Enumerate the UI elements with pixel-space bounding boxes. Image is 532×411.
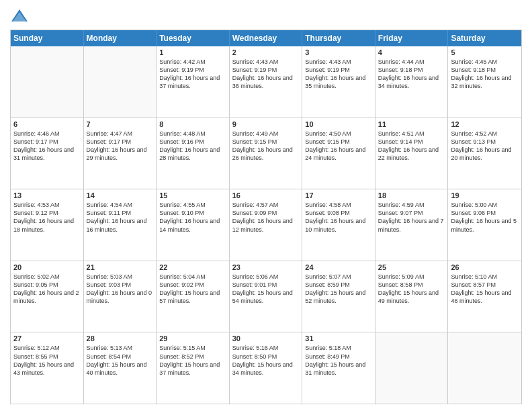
logo	[10, 7, 32, 26]
day-info: Sunrise: 5:12 AM Sunset: 8:55 PM Dayligh…	[13, 344, 81, 377]
calendar-cell: 29Sunrise: 5:15 AM Sunset: 8:52 PM Dayli…	[157, 332, 230, 404]
day-number: 9	[232, 120, 300, 128]
calendar-cell: 30Sunrise: 5:16 AM Sunset: 8:50 PM Dayli…	[230, 332, 303, 404]
page: SundayMondayTuesdayWednesdayThursdayFrid…	[0, 0, 532, 411]
day-info: Sunrise: 4:54 AM Sunset: 9:11 PM Dayligh…	[87, 201, 154, 234]
day-info: Sunrise: 5:03 AM Sunset: 9:03 PM Dayligh…	[87, 273, 154, 306]
calendar-cell: 3Sunrise: 4:43 AM Sunset: 9:19 PM Daylig…	[302, 46, 375, 118]
day-number: 30	[232, 334, 300, 342]
calendar-cell: 20Sunrise: 5:02 AM Sunset: 9:05 PM Dayli…	[11, 261, 84, 332]
day-number: 26	[451, 263, 519, 271]
calendar-cell: 4Sunrise: 4:44 AM Sunset: 9:18 PM Daylig…	[375, 46, 449, 118]
header	[10, 7, 522, 26]
day-info: Sunrise: 5:10 AM Sunset: 8:57 PM Dayligh…	[451, 273, 519, 306]
calendar-cell: 23Sunrise: 5:06 AM Sunset: 9:01 PM Dayli…	[230, 261, 303, 332]
day-info: Sunrise: 4:42 AM Sunset: 9:19 PM Dayligh…	[159, 58, 226, 91]
calendar-cell: 31Sunrise: 5:18 AM Sunset: 8:49 PM Dayli…	[302, 332, 375, 404]
calendar-cell: 24Sunrise: 5:07 AM Sunset: 8:59 PM Dayli…	[302, 261, 375, 332]
calendar-header-cell: Monday	[84, 30, 157, 46]
calendar-cell: 18Sunrise: 4:59 AM Sunset: 9:07 PM Dayli…	[375, 189, 449, 261]
day-number: 19	[451, 191, 519, 199]
calendar-cell: 16Sunrise: 4:57 AM Sunset: 9:09 PM Dayli…	[230, 189, 303, 261]
calendar-cell: 11Sunrise: 4:51 AM Sunset: 9:14 PM Dayli…	[375, 118, 449, 189]
day-info: Sunrise: 4:46 AM Sunset: 9:17 PM Dayligh…	[13, 130, 81, 163]
day-info: Sunrise: 4:58 AM Sunset: 9:08 PM Dayligh…	[305, 201, 372, 234]
day-number: 12	[451, 120, 519, 128]
calendar-cell: 22Sunrise: 5:04 AM Sunset: 9:02 PM Dayli…	[157, 261, 230, 332]
day-info: Sunrise: 5:09 AM Sunset: 8:58 PM Dayligh…	[378, 273, 445, 306]
day-number: 1	[159, 48, 226, 56]
calendar-cell: 19Sunrise: 5:00 AM Sunset: 9:06 PM Dayli…	[448, 189, 521, 261]
day-info: Sunrise: 4:50 AM Sunset: 9:15 PM Dayligh…	[305, 130, 372, 163]
day-info: Sunrise: 4:45 AM Sunset: 9:18 PM Dayligh…	[451, 58, 519, 91]
calendar-body: 1Sunrise: 4:42 AM Sunset: 9:19 PM Daylig…	[11, 46, 521, 404]
calendar-cell: 7Sunrise: 4:47 AM Sunset: 9:17 PM Daylig…	[84, 118, 157, 189]
calendar-cell: 13Sunrise: 4:53 AM Sunset: 9:12 PM Dayli…	[11, 189, 84, 261]
calendar-cell	[375, 332, 449, 404]
day-info: Sunrise: 5:07 AM Sunset: 8:59 PM Dayligh…	[305, 273, 372, 306]
day-number: 20	[13, 263, 81, 271]
calendar-cell: 27Sunrise: 5:12 AM Sunset: 8:55 PM Dayli…	[11, 332, 84, 404]
day-info: Sunrise: 5:18 AM Sunset: 8:49 PM Dayligh…	[305, 344, 372, 377]
day-info: Sunrise: 5:00 AM Sunset: 9:06 PM Dayligh…	[451, 201, 519, 234]
calendar-week-row: 6Sunrise: 4:46 AM Sunset: 9:17 PM Daylig…	[11, 118, 521, 190]
calendar-cell	[84, 46, 157, 118]
day-info: Sunrise: 4:49 AM Sunset: 9:15 PM Dayligh…	[232, 130, 300, 163]
calendar-cell: 1Sunrise: 4:42 AM Sunset: 9:19 PM Daylig…	[157, 46, 230, 118]
calendar-header-cell: Saturday	[448, 30, 521, 46]
day-number: 14	[87, 191, 154, 199]
calendar-cell: 15Sunrise: 4:55 AM Sunset: 9:10 PM Dayli…	[157, 189, 230, 261]
calendar-header-cell: Sunday	[11, 30, 84, 46]
day-number: 18	[378, 191, 445, 199]
day-info: Sunrise: 5:15 AM Sunset: 8:52 PM Dayligh…	[159, 344, 226, 377]
calendar-cell: 8Sunrise: 4:48 AM Sunset: 9:16 PM Daylig…	[157, 118, 230, 189]
calendar-header-cell: Friday	[375, 30, 449, 46]
calendar-cell: 6Sunrise: 4:46 AM Sunset: 9:17 PM Daylig…	[11, 118, 84, 189]
day-info: Sunrise: 4:53 AM Sunset: 9:12 PM Dayligh…	[13, 201, 81, 234]
calendar-header-cell: Tuesday	[157, 30, 230, 46]
day-number: 13	[13, 191, 81, 199]
calendar-cell: 14Sunrise: 4:54 AM Sunset: 9:11 PM Dayli…	[84, 189, 157, 261]
logo-icon	[10, 7, 29, 26]
day-info: Sunrise: 4:59 AM Sunset: 9:07 PM Dayligh…	[378, 201, 445, 234]
calendar-header: SundayMondayTuesdayWednesdayThursdayFrid…	[11, 30, 521, 46]
day-number: 6	[13, 120, 81, 128]
day-number: 27	[13, 334, 81, 342]
calendar-header-cell: Thursday	[302, 30, 375, 46]
calendar-week-row: 1Sunrise: 4:42 AM Sunset: 9:19 PM Daylig…	[11, 46, 521, 118]
day-info: Sunrise: 4:55 AM Sunset: 9:10 PM Dayligh…	[159, 201, 226, 234]
day-info: Sunrise: 4:57 AM Sunset: 9:09 PM Dayligh…	[232, 201, 300, 234]
day-number: 24	[305, 263, 372, 271]
calendar: SundayMondayTuesdayWednesdayThursdayFrid…	[10, 30, 522, 404]
calendar-cell: 5Sunrise: 4:45 AM Sunset: 9:18 PM Daylig…	[448, 46, 521, 118]
day-number: 7	[87, 120, 154, 128]
day-info: Sunrise: 5:13 AM Sunset: 8:54 PM Dayligh…	[87, 344, 154, 377]
calendar-cell: 2Sunrise: 4:43 AM Sunset: 9:19 PM Daylig…	[230, 46, 303, 118]
day-number: 17	[305, 191, 372, 199]
day-info: Sunrise: 5:04 AM Sunset: 9:02 PM Dayligh…	[159, 273, 226, 306]
day-number: 25	[378, 263, 445, 271]
calendar-cell: 25Sunrise: 5:09 AM Sunset: 8:58 PM Dayli…	[375, 261, 449, 332]
calendar-cell: 26Sunrise: 5:10 AM Sunset: 8:57 PM Dayli…	[448, 261, 521, 332]
calendar-cell: 17Sunrise: 4:58 AM Sunset: 9:08 PM Dayli…	[302, 189, 375, 261]
day-info: Sunrise: 4:44 AM Sunset: 9:18 PM Dayligh…	[378, 58, 445, 91]
calendar-cell: 10Sunrise: 4:50 AM Sunset: 9:15 PM Dayli…	[302, 118, 375, 189]
day-number: 28	[87, 334, 154, 342]
day-number: 22	[159, 263, 226, 271]
day-number: 23	[232, 263, 300, 271]
calendar-cell	[11, 46, 84, 118]
day-number: 8	[159, 120, 226, 128]
day-info: Sunrise: 5:06 AM Sunset: 9:01 PM Dayligh…	[232, 273, 300, 306]
calendar-week-row: 20Sunrise: 5:02 AM Sunset: 9:05 PM Dayli…	[11, 261, 521, 333]
day-info: Sunrise: 4:47 AM Sunset: 9:17 PM Dayligh…	[87, 130, 154, 163]
calendar-cell: 12Sunrise: 4:52 AM Sunset: 9:13 PM Dayli…	[448, 118, 521, 189]
day-number: 2	[232, 48, 300, 56]
day-number: 10	[305, 120, 372, 128]
calendar-cell: 28Sunrise: 5:13 AM Sunset: 8:54 PM Dayli…	[84, 332, 157, 404]
calendar-week-row: 27Sunrise: 5:12 AM Sunset: 8:55 PM Dayli…	[11, 332, 521, 404]
calendar-cell	[448, 332, 521, 404]
day-info: Sunrise: 5:16 AM Sunset: 8:50 PM Dayligh…	[232, 344, 300, 377]
day-number: 11	[378, 120, 445, 128]
day-info: Sunrise: 4:52 AM Sunset: 9:13 PM Dayligh…	[451, 130, 519, 163]
calendar-cell: 21Sunrise: 5:03 AM Sunset: 9:03 PM Dayli…	[84, 261, 157, 332]
